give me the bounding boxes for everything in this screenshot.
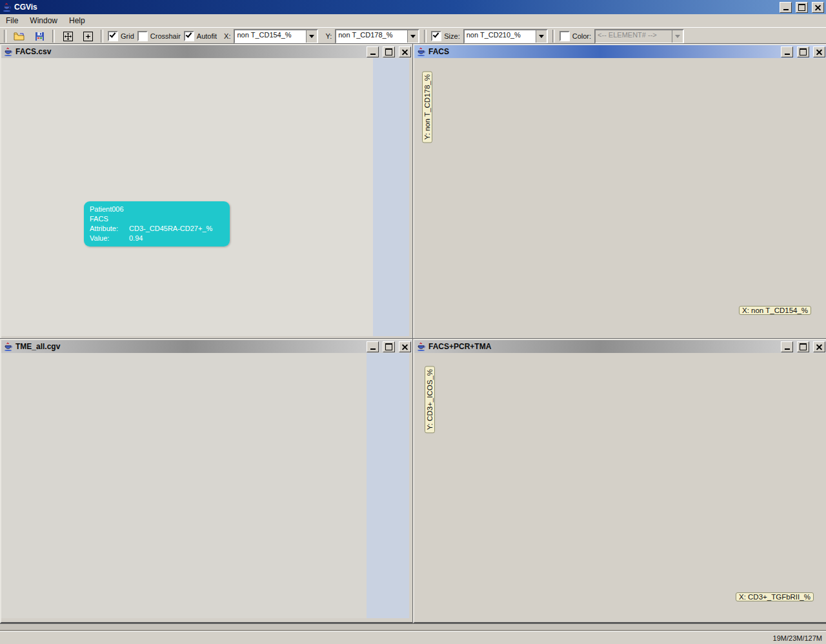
window-close-button[interactable] [813,46,825,57]
java-window-icon [416,342,426,352]
color-combo: <-- ELEMENT# --> [594,29,684,44]
tme-patient-panel [367,353,409,618]
size-combo-value: non T_CD210_% [465,30,536,43]
toolbar-separator [4,30,6,43]
toolbar-separator [552,30,555,43]
checkbox-box[interactable] [184,31,194,41]
window-minimize-button[interactable] [781,341,793,352]
window-minimize-button[interactable] [781,46,793,57]
open-file-button[interactable] [11,28,28,44]
combo-dropdown-button [672,30,683,43]
window-minimize-button[interactable] [367,341,379,352]
crosshair-checkbox-label: Crosshair [150,32,181,40]
close-icon [402,49,408,55]
size-checkbox-label: Size: [444,32,459,40]
crosshair-checkbox[interactable]: Crosshair [137,31,181,41]
tooltip-attribute-label: Attribute: [90,224,125,234]
window-close-button[interactable] [813,341,825,352]
save-button[interactable] [31,28,48,44]
java-window-icon [3,342,13,352]
color-checkbox[interactable]: Color: [559,31,591,41]
y-axis-combo-value: non T_CD178_% [336,30,407,43]
window-facs-pcr-tma[interactable]: FACS+PCR+TMA Y: CD3+_ICOS_% X: CD3+_TGFb… [413,339,826,623]
mdi-desktop: FACS.csv Patient006 FACS Attribute: CD3-… [0,44,826,631]
size-combo[interactable]: non T_CD210_% [463,29,548,44]
window-facs-scatter[interactable]: FACS Y: non T_CD178_% X: non T_CD154_% [413,44,826,341]
app-title: CGVis [14,3,777,12]
window-facs-csv[interactable]: FACS.csv Patient006 FACS Attribute: CD3-… [0,44,414,341]
y-axis-label-box: Y: CD3+_ICOS_% [425,366,435,433]
grid-checkbox-label: Grid [121,32,134,40]
combo-dropdown-button[interactable] [306,30,317,43]
status-bar: 19M/23M/127M [0,631,826,644]
tooltip-patient: Patient006 [90,205,224,214]
minimize-icon [785,348,790,350]
facs-scatter-canvas[interactable] [414,58,825,336]
window-facs-pcr-tma-titlebar[interactable]: FACS+PCR+TMA [414,340,826,353]
y-axis-label-box: Y: non T_CD178_% [422,71,432,143]
autofit-checkbox-label: Autofit [197,32,217,40]
window-minimize-button[interactable] [367,46,379,57]
close-icon [402,344,408,350]
checkbox-box[interactable] [431,31,441,41]
tme-heatmap-canvas[interactable] [1,353,409,618]
tooltip-value-label: Value: [90,234,125,243]
app-minimize-button[interactable] [780,2,792,13]
x-axis-label-box: X: non T_CD154_% [739,306,811,315]
close-icon [815,5,821,10]
size-checkbox[interactable]: Size: [431,31,459,41]
checkbox-box[interactable] [108,31,118,41]
grid-checkbox[interactable]: Grid [108,31,134,41]
java-window-icon [416,47,426,57]
menu-file[interactable]: File [0,15,24,26]
window-maximize-button[interactable] [797,341,809,352]
window-facs-scatter-titlebar[interactable]: FACS [414,45,826,58]
window-maximize-button[interactable] [383,46,395,57]
checkbox-box[interactable] [559,31,570,41]
pcr-scatter-body: Y: CD3+_ICOS_% X: CD3+_TGFbRII_% [414,353,825,618]
tme-body [1,353,409,618]
facs-patient-panel [373,58,409,336]
fit-view-button[interactable] [59,28,76,44]
window-facs-csv-titlebar[interactable]: FACS.csv [1,45,413,58]
combo-dropdown-button[interactable] [407,30,418,43]
maximize-icon [800,343,807,350]
minimize-icon [785,54,790,55]
window-tme-all[interactable]: TME_all.cgv [0,339,414,623]
toolbar-separator [424,30,427,43]
window-title: FACS+PCR+TMA [428,342,778,351]
checkbox-box[interactable] [137,31,148,41]
app-maximize-button[interactable] [796,2,808,13]
maximize-icon [798,4,805,11]
app-titlebar[interactable]: CGVis [0,0,826,14]
window-tme-all-titlebar[interactable]: TME_all.cgv [1,340,413,353]
window-close-button[interactable] [399,341,411,352]
close-icon [816,49,822,55]
window-maximize-button[interactable] [797,46,809,57]
color-checkbox-label: Color: [572,32,591,40]
pcr-scatter-canvas[interactable] [414,353,825,618]
menu-window[interactable]: Window [24,15,63,26]
facs-heatmap-canvas[interactable] [1,58,409,336]
heatmap-tooltip: Patient006 FACS Attribute: CD3-_CD45RA-C… [84,201,230,247]
autofit-checkbox[interactable]: Autofit [184,31,217,41]
y-axis-combo[interactable]: non T_CD178_% [335,29,419,44]
window-maximize-button[interactable] [383,341,395,352]
chevron-down-icon [539,35,544,38]
app-close-button[interactable] [812,2,824,13]
java-app-icon [2,3,12,12]
x-axis-label-box: X: CD3+_TGFbRII_% [736,592,814,601]
y-axis-combo-label: Y: [325,32,332,40]
x-axis-combo-label: X: [224,32,230,40]
x-axis-combo[interactable]: non T_CD154_% [234,29,318,44]
combo-dropdown-button[interactable] [536,30,547,43]
maximize-icon [385,343,392,350]
window-close-button[interactable] [399,46,411,57]
color-combo-value: <-- ELEMENT# --> [596,30,672,43]
center-view-button[interactable] [79,28,96,44]
minimize-icon [370,54,376,55]
chevron-down-icon [410,35,416,38]
menu-help[interactable]: Help [63,15,91,26]
facs-csv-body: Patient006 FACS Attribute: CD3-_CD45RA-C… [1,58,409,336]
minimize-icon [370,348,376,350]
